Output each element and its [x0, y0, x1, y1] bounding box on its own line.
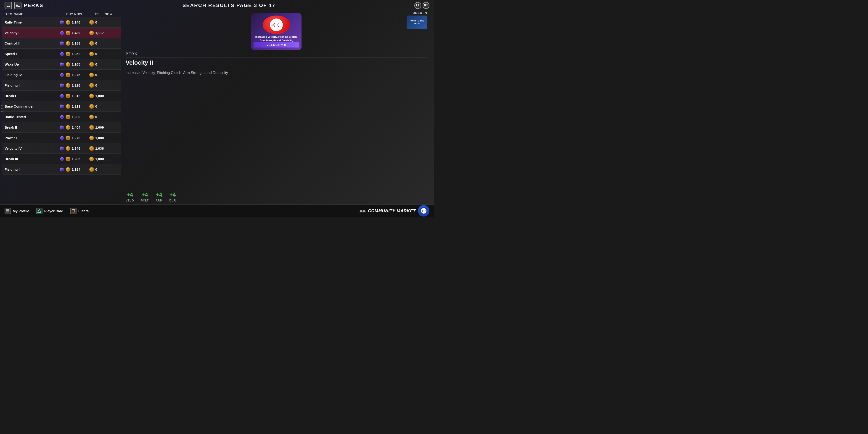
svg-text:S: S: [67, 84, 69, 87]
section-title: PERKS: [24, 2, 43, 8]
svg-text:S: S: [91, 32, 93, 34]
filters-icon: [70, 208, 76, 214]
perk-description: Increases Velocity, Pitching Clutch, Arm…: [126, 70, 427, 76]
square-icon: [71, 209, 75, 213]
svg-text:S: S: [91, 63, 93, 66]
stat-label: PCLT: [141, 199, 149, 202]
row-sell-price: S 1,000: [89, 135, 119, 141]
page-nav-badges: L2 R2: [414, 2, 429, 9]
svg-marker-49: [60, 104, 64, 106]
table-row[interactable]: Break I S 1: [2, 91, 121, 101]
row-buy-price: S 1,165: [59, 62, 89, 67]
buy-value: 1,312: [72, 94, 81, 98]
svg-text:S: S: [67, 126, 69, 129]
player-card-item[interactable]: Player Card: [36, 208, 63, 214]
svg-text:S: S: [67, 53, 69, 55]
row-item-name: Break I: [5, 94, 59, 98]
svg-rect-100: [6, 212, 7, 212]
filters-item[interactable]: Filters: [70, 208, 89, 214]
row-item-name: Rally Time: [5, 20, 59, 24]
buy-value: 1,194: [72, 167, 81, 171]
row-item-name: Base Commander: [5, 104, 59, 108]
svg-text:S: S: [91, 126, 93, 129]
svg-rect-97: [6, 210, 7, 211]
stat-item: +4 VELO: [126, 192, 134, 202]
sell-value: 0: [95, 62, 97, 66]
row-item-name: Wake Up: [5, 62, 59, 66]
sell-value: 0: [95, 83, 97, 87]
svg-marker-19: [60, 52, 64, 54]
side-dot: [1, 104, 2, 106]
road-to-show-badge: ROAD TO THE SHOW: [407, 16, 427, 29]
svg-rect-99: [8, 210, 9, 211]
sell-value: 0: [95, 41, 97, 45]
l2-button[interactable]: L2: [414, 2, 421, 9]
row-buy-price: S 1,439: [59, 30, 89, 35]
table-row[interactable]: Break III S: [2, 154, 121, 164]
my-profile-item[interactable]: My Profile: [5, 208, 29, 214]
table-row[interactable]: Velocity II S: [2, 28, 121, 38]
side-dots: [1, 104, 2, 113]
rts-line2: SHOW: [414, 22, 420, 25]
table-row[interactable]: Speed I S 1: [2, 49, 121, 59]
table-row[interactable]: Control II S: [2, 38, 121, 49]
row-sell-price: S 0: [89, 52, 119, 56]
buy-value: 1,200: [72, 115, 81, 119]
side-dot: [1, 108, 2, 109]
table-row[interactable]: Rally Time S: [2, 17, 121, 28]
r1-button[interactable]: R1: [14, 2, 22, 9]
row-item-name: Velocity IV: [5, 147, 59, 150]
table-row[interactable]: Fielding I S: [2, 164, 121, 175]
baseball-svg: [270, 18, 283, 32]
svg-marker-55: [60, 115, 64, 117]
svg-marker-25: [60, 62, 64, 64]
profile-grid-icon: [6, 209, 10, 212]
r2-button[interactable]: R2: [423, 2, 429, 9]
svg-marker-67: [60, 136, 64, 137]
svg-marker-43: [60, 94, 64, 95]
sell-value: 0: [95, 167, 97, 171]
table-row[interactable]: Fielding II S: [2, 80, 121, 91]
col-header-buy-now: BUY NOW: [59, 12, 89, 16]
stat-item: +4 ARM: [156, 192, 162, 202]
mlb-badge: [418, 205, 429, 217]
table-row[interactable]: Base Commander S: [2, 101, 121, 112]
sell-value: 0: [95, 73, 97, 77]
table-row[interactable]: Break II S: [2, 122, 121, 133]
stat-label: VELO: [126, 199, 134, 202]
row-buy-price: S 1,312: [59, 93, 89, 98]
col-header-sell-now: SELL NOW: [89, 12, 119, 16]
svg-marker-103: [38, 209, 41, 212]
bottom-bar: My Profile Player Card Filters ▶▶ COMMUN…: [0, 205, 434, 217]
svg-text:S: S: [91, 53, 93, 55]
stat-label: ARM: [156, 199, 162, 202]
svg-text:S: S: [67, 95, 69, 97]
stat-label: DUR: [169, 199, 176, 202]
svg-text:S: S: [91, 74, 93, 76]
row-sell-price: S 0: [89, 167, 119, 172]
svg-rect-96: [8, 209, 9, 210]
player-card-icon: [36, 208, 42, 214]
triangle-icon: [37, 209, 41, 213]
table-row[interactable]: Battle Tested S: [2, 112, 121, 122]
svg-rect-94: [6, 209, 7, 210]
row-item-name: Control II: [5, 41, 59, 45]
buy-value: 1,226: [72, 83, 81, 87]
l1-button[interactable]: L1: [5, 2, 12, 9]
card-description: Increases Velocity, Pitching Clutch, Arm…: [253, 35, 299, 42]
row-item-name: Fielding I: [5, 167, 59, 171]
table-row[interactable]: Wake Up S 1: [2, 59, 121, 70]
row-sell-price: S 0: [89, 72, 119, 78]
row-sell-price: S 0: [89, 62, 119, 67]
svg-marker-73: [60, 147, 64, 148]
svg-rect-104: [72, 210, 75, 212]
table-row[interactable]: Fielding IV S: [2, 70, 121, 80]
table-row[interactable]: Velocity IV S: [2, 143, 121, 154]
svg-marker-13: [60, 41, 64, 43]
table-row[interactable]: Power I S 1: [2, 133, 121, 143]
buy-value: 1,188: [72, 41, 81, 45]
header: L1 R1 PERKS SEARCH RESULTS PAGE 3 OF 17 …: [0, 0, 434, 11]
buy-value: 1,275: [72, 73, 81, 77]
svg-text:S: S: [67, 105, 69, 108]
my-profile-label: My Profile: [13, 209, 29, 213]
